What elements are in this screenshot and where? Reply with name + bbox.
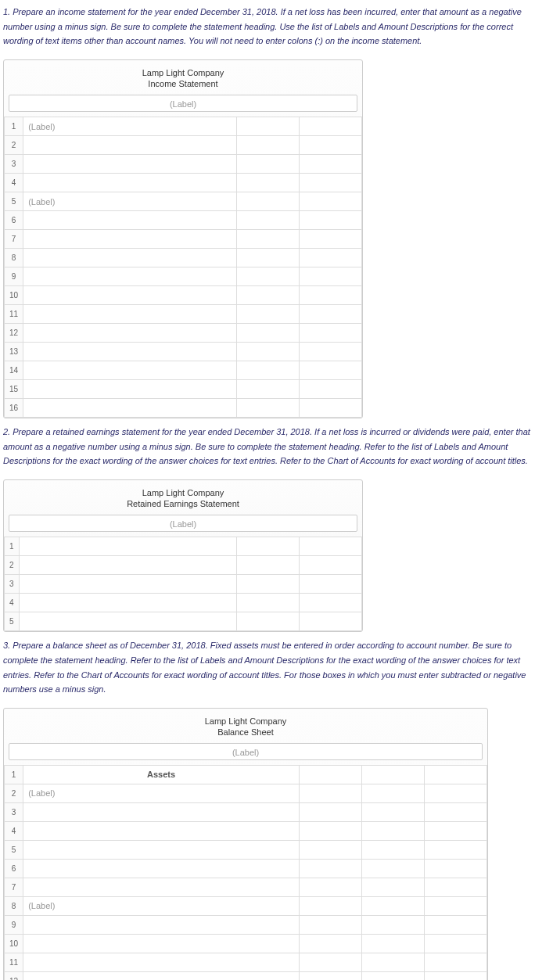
amount-cell[interactable] [425, 896, 487, 915]
amount-cell[interactable] [362, 915, 425, 934]
description-cell[interactable] [23, 953, 300, 971]
description-cell[interactable] [19, 575, 236, 594]
amount-cell[interactable] [425, 953, 487, 971]
amount-cell[interactable] [237, 361, 300, 380]
description-cell[interactable] [19, 556, 236, 575]
amount-cell[interactable] [237, 594, 300, 612]
amount-cell[interactable] [300, 575, 362, 594]
description-cell[interactable] [19, 612, 236, 631]
description-cell[interactable] [23, 174, 237, 192]
amount-cell[interactable] [425, 915, 487, 934]
amount-cell[interactable] [425, 859, 487, 878]
amount-cell[interactable] [300, 249, 362, 267]
amount-cell[interactable] [237, 174, 300, 192]
amount-cell[interactable] [300, 896, 362, 915]
amount-cell[interactable] [237, 305, 300, 324]
amount-cell[interactable] [237, 380, 300, 399]
description-cell[interactable] [23, 155, 237, 174]
description-cell[interactable] [23, 934, 300, 953]
amount-cell[interactable] [237, 136, 300, 155]
description-cell[interactable] [23, 343, 237, 361]
amount-cell[interactable] [300, 343, 362, 361]
amount-cell[interactable] [300, 765, 362, 784]
description-cell[interactable] [23, 840, 300, 859]
description-cell[interactable]: (Label) [23, 784, 300, 802]
amount-cell[interactable] [300, 612, 362, 631]
amount-cell[interactable] [237, 267, 300, 286]
amount-cell[interactable] [237, 537, 300, 556]
amount-cell[interactable] [362, 896, 425, 915]
amount-cell[interactable] [300, 305, 362, 324]
amount-cell[interactable] [425, 784, 487, 802]
amount-cell[interactable] [300, 953, 362, 971]
amount-cell[interactable] [300, 399, 362, 418]
description-cell[interactable] [23, 286, 237, 305]
amount-cell[interactable] [362, 840, 425, 859]
amount-cell[interactable] [237, 230, 300, 249]
amount-cell[interactable] [300, 878, 362, 896]
amount-cell[interactable] [300, 840, 362, 859]
description-cell[interactable] [23, 324, 237, 343]
description-cell[interactable] [23, 878, 300, 896]
amount-cell[interactable] [300, 136, 362, 155]
description-cell[interactable]: (Label) [23, 192, 237, 211]
amount-cell[interactable] [300, 821, 362, 840]
amount-cell[interactable] [300, 174, 362, 192]
amount-cell[interactable] [362, 821, 425, 840]
amount-cell[interactable] [362, 953, 425, 971]
amount-cell[interactable] [362, 971, 425, 980]
amount-cell[interactable] [300, 971, 362, 980]
amount-cell[interactable] [237, 211, 300, 230]
description-cell[interactable]: (Label) [23, 117, 237, 136]
amount-cell[interactable] [237, 612, 300, 631]
amount-cell[interactable] [237, 192, 300, 211]
amount-cell[interactable] [237, 286, 300, 305]
description-cell[interactable] [23, 136, 237, 155]
amount-cell[interactable] [300, 859, 362, 878]
description-cell[interactable] [23, 361, 237, 380]
amount-cell[interactable] [237, 155, 300, 174]
amount-cell[interactable] [300, 537, 362, 556]
description-cell[interactable] [23, 399, 237, 418]
amount-cell[interactable] [237, 324, 300, 343]
amount-cell[interactable] [237, 343, 300, 361]
amount-cell[interactable] [300, 155, 362, 174]
amount-cell[interactable] [425, 821, 487, 840]
amount-cell[interactable] [237, 117, 300, 136]
amount-cell[interactable] [300, 380, 362, 399]
amount-cell[interactable] [300, 934, 362, 953]
description-cell[interactable] [23, 971, 300, 980]
amount-cell[interactable] [425, 934, 487, 953]
amount-cell[interactable] [425, 765, 487, 784]
heading-label-input[interactable]: (Label) [9, 515, 357, 532]
amount-cell[interactable] [425, 840, 487, 859]
description-cell[interactable] [23, 821, 300, 840]
amount-cell[interactable] [425, 802, 487, 821]
description-cell[interactable] [23, 230, 237, 249]
amount-cell[interactable] [300, 117, 362, 136]
description-cell[interactable] [23, 380, 237, 399]
amount-cell[interactable] [300, 915, 362, 934]
amount-cell[interactable] [300, 211, 362, 230]
amount-cell[interactable] [237, 399, 300, 418]
amount-cell[interactable] [300, 324, 362, 343]
heading-label-input[interactable]: (Label) [9, 95, 357, 112]
amount-cell[interactable] [300, 230, 362, 249]
amount-cell[interactable] [362, 878, 425, 896]
heading-label-input[interactable]: (Label) [9, 743, 483, 760]
amount-cell[interactable] [300, 784, 362, 802]
amount-cell[interactable] [362, 765, 425, 784]
description-cell[interactable] [23, 267, 237, 286]
description-cell[interactable]: Assets [23, 765, 300, 784]
amount-cell[interactable] [362, 859, 425, 878]
amount-cell[interactable] [237, 249, 300, 267]
amount-cell[interactable] [362, 934, 425, 953]
description-cell[interactable] [23, 859, 300, 878]
description-cell[interactable]: (Label) [23, 896, 300, 915]
amount-cell[interactable] [300, 361, 362, 380]
description-cell[interactable] [23, 249, 237, 267]
amount-cell[interactable] [425, 878, 487, 896]
amount-cell[interactable] [300, 594, 362, 612]
description-cell[interactable] [23, 305, 237, 324]
description-cell[interactable] [19, 594, 236, 612]
